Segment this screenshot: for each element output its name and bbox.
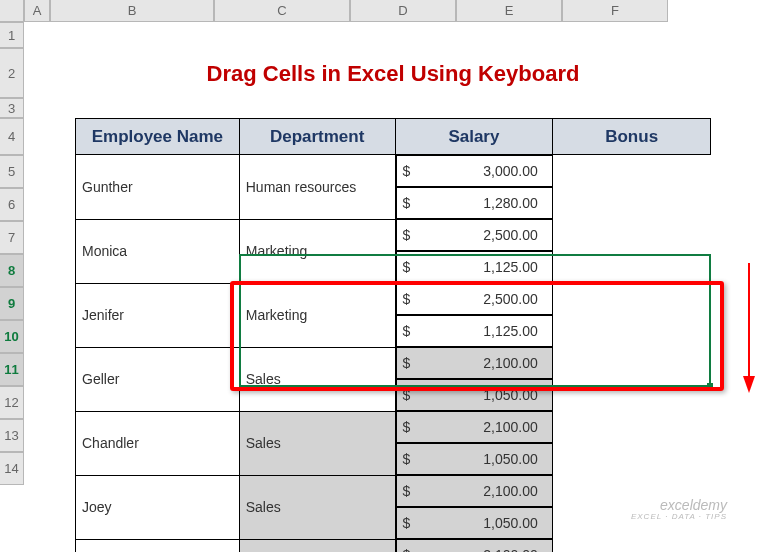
col-header-A[interactable]: A [24,0,50,22]
cell-department[interactable]: Marketing [239,219,395,283]
row-header-12[interactable]: 12 [0,386,24,419]
cell-value: 1,125.00 [483,259,538,275]
cell-department[interactable]: Marketing [239,283,395,347]
table-row: ChandlerSales$2,100.00$1,050.00 [76,411,711,475]
cell-value: 2,500.00 [483,227,538,243]
cell-value: 1,050.00 [483,387,538,403]
cell-bonus[interactable]: $1,050.00 [396,443,553,475]
cell-value: 2,100.00 [483,355,538,371]
cell-department[interactable]: Sales [239,411,395,475]
cell-salary[interactable]: $2,100.00 [396,475,553,507]
col-header-C[interactable]: C [214,0,350,22]
svg-marker-1 [743,376,755,393]
cell-department[interactable]: Human resources [239,155,395,220]
col-header-D[interactable]: D [350,0,456,22]
row-header-10[interactable]: 10 [0,320,24,353]
cell-employee[interactable]: Gunther [76,155,240,220]
dollar-sign: $ [403,387,411,403]
cell-salary[interactable]: $2,100.00 [396,347,553,379]
cell-bonus[interactable]: $1,050.00 [396,507,553,539]
cell-value: 2,100.00 [483,547,538,552]
table-row: PhoebeSales$2,100.00$1,050.00 [76,539,711,552]
spreadsheet-grid: A B C D E F [0,0,767,22]
dollar-sign: $ [403,195,411,211]
fill-handle[interactable] [707,383,713,389]
cell-bonus[interactable]: $1,280.00 [396,187,553,219]
row-header-6[interactable]: 6 [0,188,24,221]
annotation-arrow-icon [740,258,758,398]
table-row: GuntherHuman resources$3,000.00$1,280.00 [76,155,711,220]
dollar-sign: $ [403,547,411,552]
cell-value: 1,050.00 [483,451,538,467]
watermark-main: exceldemy [631,498,727,513]
th-bonus[interactable]: Bonus [553,119,711,155]
dollar-sign: $ [403,291,411,307]
row-header-9[interactable]: 9 [0,287,24,320]
dollar-sign: $ [403,323,411,339]
cell-employee[interactable]: Joey [76,475,240,539]
dollar-sign: $ [403,163,411,179]
cell-department[interactable]: Sales [239,347,395,411]
th-employee[interactable]: Employee Name [76,119,240,155]
dollar-sign: $ [403,515,411,531]
select-all-corner[interactable] [0,0,24,22]
th-department[interactable]: Department [239,119,395,155]
dollar-sign: $ [403,483,411,499]
cell-salary[interactable]: $3,000.00 [396,155,553,187]
cell-salary[interactable]: $2,500.00 [396,219,553,251]
cell-salary[interactable]: $2,500.00 [396,283,553,315]
col-header-B[interactable]: B [50,0,214,22]
dollar-sign: $ [403,259,411,275]
col-header-E[interactable]: E [456,0,562,22]
cell-value: 2,500.00 [483,291,538,307]
table-row: JoeySales$2,100.00$1,050.00 [76,475,711,539]
th-salary[interactable]: Salary [395,119,553,155]
cell-value: 3,000.00 [483,163,538,179]
row-header-8[interactable]: 8 [0,254,24,287]
cell-employee[interactable]: Chandler [76,411,240,475]
cell-department[interactable]: Sales [239,539,395,552]
row-header-2[interactable]: 2 [0,48,24,98]
cell-value: 1,280.00 [483,195,538,211]
row-header-5[interactable]: 5 [0,155,24,188]
data-table: Employee Name Department Salary Bonus Gu… [75,118,711,552]
dollar-sign: $ [403,227,411,243]
row-header-7[interactable]: 7 [0,221,24,254]
cell-employee[interactable]: Jenifer [76,283,240,347]
cell-value: 2,100.00 [483,483,538,499]
row-header-1[interactable]: 1 [0,22,24,48]
table-row: MonicaMarketing$2,500.00$1,125.00 [76,219,711,283]
cell-bonus[interactable]: $1,125.00 [396,251,553,283]
cell-value: 1,050.00 [483,515,538,531]
dollar-sign: $ [403,419,411,435]
row-header-14[interactable]: 14 [0,452,24,485]
cell-salary[interactable]: $2,100.00 [396,411,553,443]
cell-bonus[interactable]: $1,050.00 [396,379,553,411]
cell-salary[interactable]: $2,100.00 [396,539,553,552]
row-header-4[interactable]: 4 [0,118,24,155]
sheet-title: Drag Cells in Excel Using Keyboard [75,52,711,96]
table-row: GellerSales$2,100.00$1,050.00 [76,347,711,411]
cell-value: 1,125.00 [483,323,538,339]
watermark: exceldemy EXCEL · DATA · TIPS [631,498,727,522]
dollar-sign: $ [403,355,411,371]
watermark-sub: EXCEL · DATA · TIPS [631,513,727,522]
cell-value: 2,100.00 [483,419,538,435]
cell-employee[interactable]: Monica [76,219,240,283]
cell-employee[interactable]: Geller [76,347,240,411]
cell-department[interactable]: Sales [239,475,395,539]
cell-employee[interactable]: Phoebe [76,539,240,552]
col-header-F[interactable]: F [562,0,668,22]
row-header-3[interactable]: 3 [0,98,24,118]
row-header-13[interactable]: 13 [0,419,24,452]
row-header-11[interactable]: 11 [0,353,24,386]
dollar-sign: $ [403,451,411,467]
cell-bonus[interactable]: $1,125.00 [396,315,553,347]
table-row: JeniferMarketing$2,500.00$1,125.00 [76,283,711,347]
